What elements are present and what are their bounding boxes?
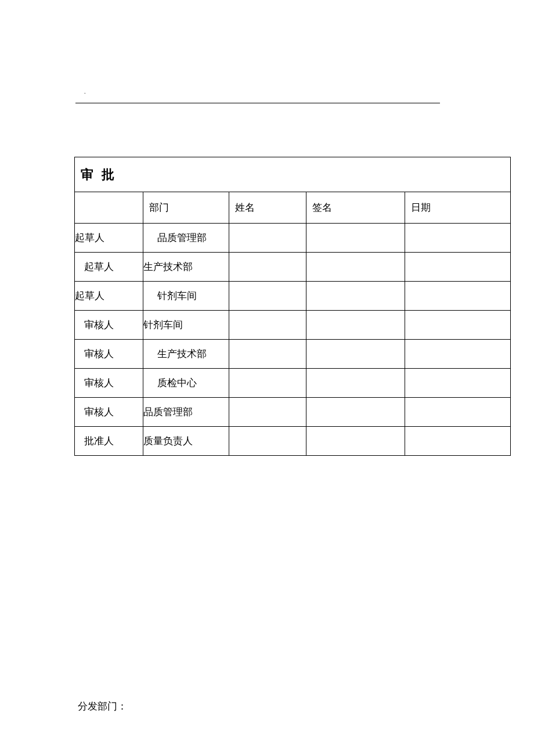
cell-name [229,253,306,282]
cell-date [405,282,511,311]
cell-date [405,369,511,398]
cell-dept: 生产技术部 [143,340,229,369]
horizontal-rule [75,103,440,103]
cell-sign [306,340,405,369]
table-title: 审批 [75,157,511,192]
cell-name [229,369,306,398]
cell-dept: 品质管理部 [143,224,229,253]
table-row: 起草人生产技术部 [75,253,511,282]
page-container: · 审批 部门 姓名 签名 日期 起草人品质管理部起草人生产技术部起草人针剂车间… [0,0,534,713]
cell-name [229,398,306,427]
table-row: 审核人生产技术部 [75,340,511,369]
cell-role: 批准人 [75,427,143,456]
cell-role: 审核人 [75,398,143,427]
table-row: 起草人针剂车间 [75,282,511,311]
table-body: 起草人品质管理部起草人生产技术部起草人针剂车间审核人针剂车间审核人生产技术部审核… [75,224,511,456]
table-row: 审核人质检中心 [75,369,511,398]
table-row: 审核人针剂车间 [75,311,511,340]
table-header-row: 部门 姓名 签名 日期 [75,192,511,224]
cell-name [229,427,306,456]
cell-role: 审核人 [75,311,143,340]
cell-date [405,427,511,456]
dot-mark: · [84,90,86,96]
cell-role: 起草人 [75,224,143,253]
cell-name [229,282,306,311]
cell-name [229,311,306,340]
table-row: 起草人品质管理部 [75,224,511,253]
cell-dept: 针剂车间 [143,282,229,311]
cell-sign [306,224,405,253]
cell-role: 起草人 [75,253,143,282]
cell-role: 审核人 [75,369,143,398]
cell-date [405,398,511,427]
cell-role: 审核人 [75,340,143,369]
cell-sign [306,282,405,311]
cell-date [405,311,511,340]
header-role [75,192,143,224]
table-row: 审核人品质管理部 [75,398,511,427]
cell-dept: 针剂车间 [143,311,229,340]
cell-name [229,224,306,253]
header-sign: 签名 [306,192,405,224]
table-row: 批准人质量负责人 [75,427,511,456]
cell-dept: 生产技术部 [143,253,229,282]
cell-sign [306,311,405,340]
cell-name [229,340,306,369]
table-title-row: 审批 [75,157,511,192]
header-date: 日期 [405,192,511,224]
cell-dept: 品质管理部 [143,398,229,427]
cell-sign [306,253,405,282]
cell-dept: 质检中心 [143,369,229,398]
cell-role: 起草人 [75,282,143,311]
cell-date [405,253,511,282]
cell-sign [306,398,405,427]
cell-sign [306,427,405,456]
cell-date [405,340,511,369]
distribution-label: 分发部门： [74,700,460,713]
cell-date [405,224,511,253]
header-dept: 部门 [143,192,229,224]
cell-dept: 质量负责人 [143,427,229,456]
header-name: 姓名 [229,192,306,224]
cell-sign [306,369,405,398]
approval-table: 审批 部门 姓名 签名 日期 起草人品质管理部起草人生产技术部起草人针剂车间审核… [74,157,511,456]
